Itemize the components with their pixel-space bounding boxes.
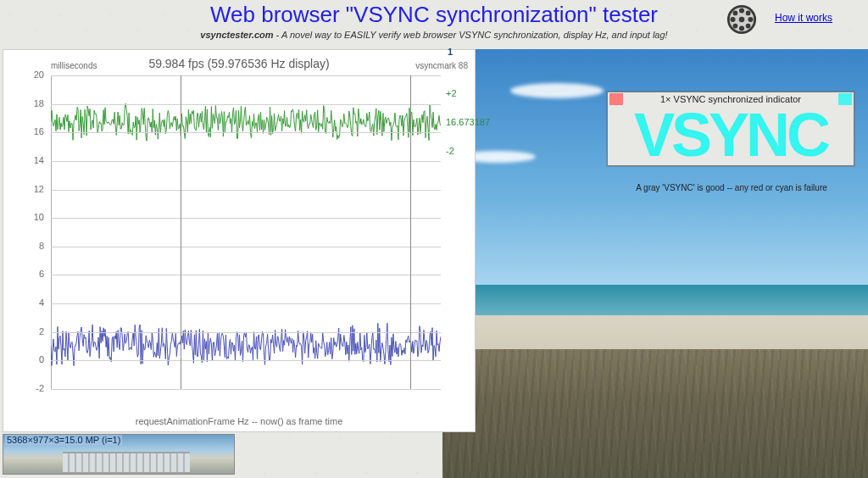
y-tick-label: 0	[3, 354, 44, 364]
y-tick-label: -2	[3, 383, 44, 393]
indicator-header-text: 1× VSYNC synchronized indicator	[660, 94, 801, 104]
right-scale-label: +2	[446, 88, 457, 98]
gridline	[51, 332, 441, 333]
y-tick-label: 8	[3, 241, 44, 251]
y-tick-label: 20	[3, 69, 44, 80]
gridline	[51, 190, 441, 191]
right-scale-label: -2	[446, 146, 454, 156]
y-tick-label: 4	[3, 297, 44, 308]
gridline	[51, 132, 441, 133]
svg-point-5	[731, 17, 736, 22]
panorama-thumbnail[interactable]: 5368×977×3=15.0 MP (i=1)	[3, 434, 235, 475]
x-axis-label: requestAnimationFrame Hz -- now() as fra…	[3, 416, 475, 426]
y-tick-label: 18	[3, 98, 44, 108]
svg-point-4	[739, 25, 744, 31]
gridline	[51, 247, 441, 247]
how-it-works-link[interactable]: How it works	[775, 12, 832, 24]
gridline	[51, 104, 441, 105]
thumbnail-size-label: 5368×977×3=15.0 MP (i=1)	[5, 435, 122, 445]
y-tick-label: 10	[3, 212, 44, 222]
y-tick-label: 16	[3, 126, 44, 136]
y-axis-label: milliseconds	[51, 61, 97, 70]
y-tick-label: 2	[3, 326, 44, 336]
svg-point-7	[733, 11, 738, 16]
indicator-header: 1× VSYNC synchronized indicator	[608, 92, 854, 106]
vsync-indicator-box: 1× VSYNC synchronized indicator VSYNC	[607, 92, 854, 166]
gridline	[51, 303, 441, 304]
svg-point-8	[746, 11, 751, 16]
cyan-swatch-icon	[838, 93, 852, 105]
svg-point-2	[739, 17, 745, 23]
y-tick-label: 14	[3, 155, 44, 165]
svg-point-6	[748, 17, 753, 22]
domain-text: vsynctester.com	[200, 30, 273, 40]
time-cursor	[410, 75, 411, 389]
thumbnail-building-shape	[63, 452, 190, 472]
film-reel-icon[interactable]	[726, 3, 758, 39]
vsyncmark-label: vsyncmark 88	[415, 61, 468, 70]
y-tick-label: 6	[3, 269, 44, 279]
gridline	[51, 360, 441, 361]
fps-graph-panel: 59.984 fps (59.976536 Hz display) millis…	[3, 49, 476, 432]
subtitle-tail: - A novel way to EASILY verify web brows…	[274, 30, 668, 40]
gridline	[51, 161, 441, 162]
y-tick-label: 12	[3, 184, 44, 194]
page-header: Web browser "VSYNC synchronization" test…	[0, 0, 868, 46]
gridline	[51, 275, 441, 275]
counter-top-right: 1	[448, 47, 453, 57]
svg-point-3	[739, 8, 744, 14]
svg-point-9	[733, 24, 738, 29]
plot-area	[51, 75, 441, 389]
gridline	[51, 75, 441, 76]
svg-point-10	[746, 24, 751, 29]
page-title: Web browser "VSYNC synchronization" test…	[210, 2, 658, 28]
time-cursor	[181, 75, 181, 389]
gridline	[51, 218, 441, 219]
red-swatch-icon	[609, 93, 623, 105]
gridline	[51, 389, 441, 390]
vsync-big-text: VSYNC	[608, 106, 854, 165]
indicator-caption: A gray 'VSYNC' is good -- any red or cya…	[607, 183, 856, 192]
right-scale-label: 16.673187	[446, 117, 490, 127]
